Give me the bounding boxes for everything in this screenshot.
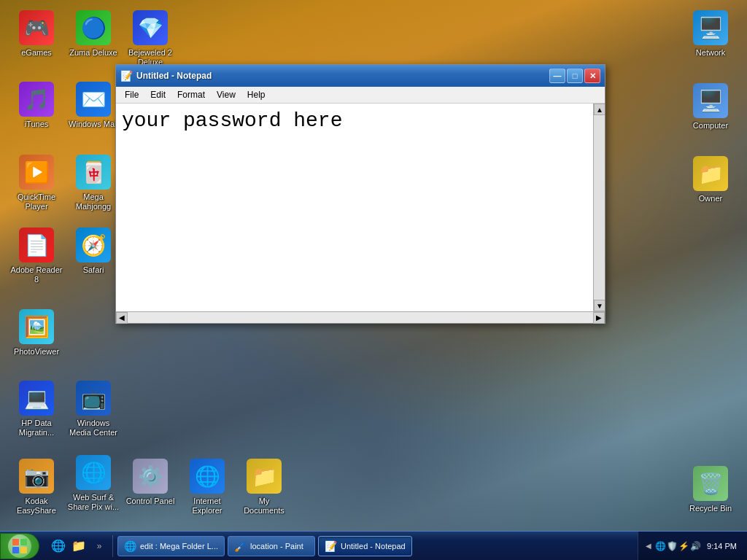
- windows-orb: [8, 534, 31, 558]
- menu-format[interactable]: Format: [171, 88, 211, 101]
- taskbar-item-edit-mega-icon: 🌐: [124, 540, 136, 552]
- ie-label: Internet Explorer: [181, 497, 233, 516]
- notepad-window: 📝 Untitled - Notepad — □ ✕ File Edit For…: [115, 64, 605, 324]
- desktop-icon-safari[interactable]: 🧭 Safari: [64, 225, 123, 278]
- desktop-icon-windows-mail[interactable]: ✉️ Windows Mail: [64, 79, 123, 132]
- taskbar-items: 🌐 edit : Mega Folder L... 🖌️ location - …: [116, 532, 638, 560]
- tray-arrow[interactable]: ◀: [643, 540, 654, 552]
- taskbar-item-paint-label: location - Paint: [250, 542, 303, 551]
- desktop-icon-itunes[interactable]: 🎵 iTunes: [7, 79, 66, 132]
- photoviewer-label: PhotoViewer: [14, 347, 59, 357]
- desktop-icon-network[interactable]: 🖥️ Network: [681, 7, 740, 61]
- notepad-close-button[interactable]: ✕: [584, 69, 600, 83]
- web-surf-icon: 🌐: [76, 455, 111, 490]
- svg-rect-2: [12, 547, 19, 553]
- quicktime-label: QuickTime Player: [10, 192, 63, 211]
- taskbar-clock[interactable]: 9:14 PM: [701, 542, 743, 551]
- desktop-icon-my-docs[interactable]: 📁 My Documents: [235, 456, 293, 518]
- tray-volume[interactable]: 🔊: [689, 540, 701, 552]
- network-label: Network: [696, 48, 725, 58]
- notepad-vertical-scrollbar[interactable]: ▲ ▼: [593, 104, 605, 311]
- scroll-right-arrow[interactable]: ▶: [593, 312, 605, 324]
- notepad-titlebar[interactable]: 📝 Untitled - Notepad — □ ✕: [116, 65, 605, 87]
- desktop-icon-mega-mah[interactable]: 🀄 Mega Mahjongg: [64, 152, 123, 214]
- taskbar-item-notepad-label: Untitled - Notepad: [341, 542, 406, 551]
- zuma-icon: 🔵: [76, 10, 111, 45]
- windows-logo-icon: [12, 538, 28, 554]
- desktop-icon-owner[interactable]: 📁 Owner: [681, 153, 740, 206]
- menu-edit[interactable]: Edit: [144, 88, 171, 101]
- notepad-maximize-button[interactable]: □: [567, 69, 583, 83]
- desktop-icon-adobe[interactable]: 📄 Adobe Reader 8: [7, 225, 66, 287]
- desktop-icon-wmc[interactable]: 📺 Windows Media Center: [64, 378, 123, 440]
- egames-label: eGames: [21, 48, 52, 58]
- owner-icon: 📁: [693, 156, 728, 191]
- zuma-label: Zuma Deluxe: [69, 48, 117, 58]
- tray-network[interactable]: 🌐: [654, 540, 666, 552]
- taskbar-item-edit-mega-label: edit : Mega Folder L...: [140, 542, 218, 551]
- menu-help[interactable]: Help: [241, 88, 271, 101]
- desktop-icon-ie[interactable]: 🌐 Internet Explorer: [178, 456, 236, 518]
- notepad-text-editor[interactable]: your password here: [116, 104, 593, 311]
- notepad-horizontal-scrollbar[interactable]: ◀ ▶: [116, 311, 605, 323]
- windows-mail-label: Windows Mail: [69, 120, 118, 129]
- desktop-icon-hp[interactable]: 💻 HP Data Migratin...: [7, 378, 66, 440]
- bejeweled-icon: 💎: [133, 10, 168, 45]
- quicktime-icon: ▶️: [19, 155, 54, 190]
- notepad-menubar: File Edit Format View Help: [116, 87, 605, 104]
- desktop-icon-computer[interactable]: 🖥️ Computer: [681, 80, 740, 133]
- notepad-app-icon: 📝: [120, 70, 132, 82]
- mega-mah-icon: 🀄: [76, 155, 111, 190]
- ie-icon: 🌐: [190, 459, 225, 494]
- scroll-left-arrow[interactable]: ◀: [116, 312, 128, 324]
- scroll-up-arrow[interactable]: ▲: [594, 104, 605, 115]
- desktop-icon-photoviewer[interactable]: 🖼️ PhotoViewer: [7, 306, 66, 359]
- desktop-icon-bejeweled[interactable]: 💎 Bejeweled 2 Deluxe: [121, 7, 179, 70]
- tray-power[interactable]: ⚡: [678, 540, 689, 552]
- system-tray: ◀ 🌐 🛡️ ⚡ 🔊 9:14 PM: [638, 532, 747, 560]
- network-icon: 🖥️: [693, 10, 728, 45]
- quick-launch-bar: 🌐 📁 »: [45, 535, 113, 557]
- windows-mail-icon: ✉️: [76, 82, 111, 117]
- desktop-icon-control[interactable]: ⚙️ Control Panel: [121, 456, 179, 509]
- quick-launch-folder[interactable]: 📁: [70, 537, 88, 555]
- safari-label: Safari: [83, 265, 104, 275]
- adobe-icon: 📄: [19, 228, 54, 262]
- menu-view[interactable]: View: [211, 88, 241, 101]
- computer-icon: 🖥️: [693, 83, 728, 118]
- menu-file[interactable]: File: [119, 88, 144, 101]
- desktop-icon-egames[interactable]: 🎮 eGames: [7, 7, 66, 61]
- control-label: Control Panel: [126, 497, 175, 506]
- egames-icon: 🎮: [19, 10, 54, 45]
- desktop-icon-web-surf[interactable]: 🌐 Web Surf & Share Pix wi...: [64, 452, 123, 515]
- safari-icon: 🧭: [76, 228, 111, 262]
- hp-label: HP Data Migratin...: [10, 419, 63, 438]
- scroll-down-arrow[interactable]: ▼: [594, 300, 605, 311]
- kodak-label: Kodak EasyShare: [10, 497, 63, 516]
- desktop-icon-recycle[interactable]: 🗑️ Recycle Bin: [681, 463, 740, 516]
- my-docs-icon: 📁: [247, 459, 282, 494]
- taskbar: 🌐 📁 » 🌐 edit : Mega Folder L... 🖌️ locat…: [0, 531, 747, 560]
- owner-label: Owner: [699, 194, 722, 203]
- svg-rect-0: [12, 539, 19, 545]
- desktop-icon-quicktime[interactable]: ▶️ QuickTime Player: [7, 152, 66, 214]
- taskbar-item-notepad-icon: 📝: [325, 540, 337, 552]
- taskbar-item-paint-icon: 🖌️: [234, 540, 247, 552]
- hp-icon: 💻: [19, 381, 54, 416]
- notepad-minimize-button[interactable]: —: [549, 69, 565, 83]
- photoviewer-icon: 🖼️: [19, 309, 54, 344]
- wmc-icon: 📺: [76, 381, 111, 416]
- tray-security[interactable]: 🛡️: [666, 540, 678, 552]
- quick-launch-more[interactable]: »: [90, 537, 108, 555]
- desktop-icon-kodak[interactable]: 📷 Kodak EasyShare: [7, 456, 66, 518]
- quick-launch-ie[interactable]: 🌐: [50, 537, 67, 555]
- itunes-label: iTunes: [25, 120, 49, 129]
- taskbar-item-notepad[interactable]: 📝 Untitled - Notepad: [318, 536, 412, 556]
- taskbar-item-edit-mega[interactable]: 🌐 edit : Mega Folder L...: [117, 536, 225, 556]
- start-button[interactable]: [0, 533, 39, 559]
- desktop-icon-zuma[interactable]: 🔵 Zuma Deluxe: [64, 7, 123, 61]
- svg-rect-1: [20, 539, 27, 545]
- control-icon: ⚙️: [133, 459, 168, 494]
- taskbar-item-location-paint[interactable]: 🖌️ location - Paint: [228, 536, 315, 556]
- wmc-label: Windows Media Center: [67, 419, 120, 438]
